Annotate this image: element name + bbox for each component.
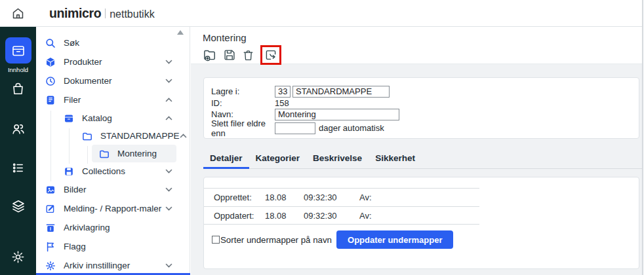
sidebar-item-label: Flagg	[64, 242, 86, 251]
move-file-icon	[264, 48, 278, 62]
details-table: Opprettet: 18.08 09:32:30 Av: Oppdatert:…	[204, 188, 479, 225]
image-icon	[45, 185, 56, 195]
sidebar-item-montering[interactable]: Montering	[92, 145, 176, 162]
sidebar-item-dokumenter[interactable]: Dokumenter	[36, 71, 190, 90]
folder-form-card: Lagre i: ID: 158 Navn: Slett filer eldre…	[203, 77, 639, 139]
sort-subfolders-label: Sorter undermapper på navn	[220, 235, 332, 245]
sidebar-item-produkter[interactable]: Produkter	[36, 52, 190, 71]
gear-icon[interactable]	[10, 249, 26, 265]
save-button[interactable]	[222, 48, 237, 62]
main-content: Montering	[191, 27, 642, 275]
row-by-label: Av:	[359, 192, 372, 202]
file-tree-sidebar: Søk Produkter Dokumenter	[36, 27, 190, 275]
tab-sikkerhet[interactable]: Sikkerhet	[369, 149, 422, 169]
row-label: Oppdatert:	[204, 211, 265, 221]
annotation-highlight-box	[260, 45, 281, 65]
update-subfolders-button[interactable]: Oppdater undermapper	[336, 230, 453, 249]
top-bar: unimicro nettbutikk	[0, 0, 642, 27]
slett-days-input[interactable]	[275, 122, 315, 134]
move-file-button[interactable]	[264, 48, 278, 62]
rail-item-innhold[interactable]	[5, 37, 31, 64]
tab-beskrivelse[interactable]: Beskrivelse	[306, 149, 369, 169]
delete-icon	[241, 48, 255, 62]
row-date: 18.08	[265, 192, 304, 202]
sidebar-item-label: Bilder	[64, 185, 87, 194]
sidebar-item-label: Collections	[82, 166, 125, 176]
row-time: 09:32:30	[304, 192, 359, 202]
chevron-down-icon	[165, 60, 172, 64]
brand-suffix: nettbutikk	[110, 9, 154, 20]
folder-name-input[interactable]	[292, 86, 390, 98]
table-row: Opprettet: 18.08 09:32:30 Av:	[204, 188, 479, 206]
id-label: ID:	[211, 98, 275, 108]
sidebar-item-label: Melding- / Rapport-maler	[64, 204, 161, 213]
slett-label: Slett filer eldre enn	[211, 119, 275, 138]
subfolder-action-row: Sorter undermapper på navn Oppdater unde…	[204, 230, 639, 249]
icon-rail: Innhold	[0, 27, 36, 275]
folder-icon	[82, 131, 92, 141]
folder-id-input[interactable]	[275, 86, 291, 98]
chevron-up-icon	[165, 116, 172, 120]
navn-input[interactable]	[275, 109, 399, 120]
sidebar-item-katalog[interactable]: Katalog	[36, 109, 190, 127]
home-button[interactable]	[11, 7, 25, 20]
new-folder-icon	[203, 48, 218, 63]
save-icon	[222, 48, 237, 62]
sidebar-item-collections[interactable]: Collections	[36, 162, 190, 180]
notebook-icon	[45, 95, 56, 105]
id-value: 158	[275, 98, 289, 108]
row-label: Opprettet:	[204, 192, 265, 202]
layers-icon[interactable]	[10, 198, 26, 214]
folder-icon	[99, 149, 110, 159]
row-time: 09:32:30	[304, 211, 359, 221]
chevron-up-icon	[180, 134, 187, 138]
content-header: Montering	[191, 27, 642, 64]
new-folder-button[interactable]	[203, 48, 218, 63]
sidebar-item-arkiv-innstillinger[interactable]: Arkiv innstillinger	[36, 256, 190, 275]
sidebar-item-standardmappe[interactable]: STANDARDMAPPE	[36, 127, 190, 145]
slett-suffix: dager automatisk	[319, 123, 384, 133]
window-right-edge	[642, 0, 643, 275]
details-card: Opprettet: 18.08 09:32:30 Av: Oppdatert:…	[203, 177, 639, 269]
tab-kategorier[interactable]: Kategorier	[249, 149, 307, 169]
app-window: unimicro nettbutikk Innhold	[0, 0, 642, 275]
sidebar-item-sok[interactable]: Søk	[36, 33, 190, 52]
sort-subfolders-checkbox[interactable]	[212, 236, 220, 244]
sidebar-item-arkivlagring[interactable]: Arkivlagring	[36, 218, 190, 237]
row-by-label: Av:	[359, 211, 372, 221]
sidebar-item-melding-rapport-maler[interactable]: Melding- / Rapport-maler	[36, 199, 190, 218]
lagre-i-label: Lagre i:	[211, 86, 275, 96]
archive-bin-icon	[45, 223, 56, 233]
toolbar	[203, 45, 642, 65]
sidebar-item-bilder[interactable]: Bilder	[36, 180, 190, 199]
brand-separator	[105, 9, 106, 18]
chevron-down-icon	[165, 206, 172, 211]
list-icon[interactable]	[10, 160, 26, 175]
shopping-bag-icon[interactable]	[10, 81, 26, 96]
sidebar-item-label: Montering	[117, 149, 157, 158]
save-icon	[64, 166, 74, 177]
sidebar-item-flagg[interactable]: Flagg	[36, 237, 190, 256]
edit-icon	[45, 204, 56, 214]
archive-box-icon	[10, 43, 26, 58]
sidebar-item-label: Arkivlagring	[64, 223, 110, 232]
chevron-down-icon	[165, 187, 172, 192]
gear-icon	[45, 261, 56, 271]
archive-icon	[64, 113, 74, 124]
chevron-down-icon	[165, 79, 172, 83]
sidebar-item-label: Produkter	[64, 57, 102, 67]
delete-button[interactable]	[241, 48, 255, 62]
sidebar-item-label: Filer	[64, 95, 81, 105]
brand-name: unimicro	[49, 6, 101, 21]
page-title: Montering	[203, 27, 642, 43]
sidebar-item-label: Dokumenter	[64, 76, 112, 86]
sidebar-item-label: STANDARDMAPPE	[100, 131, 180, 141]
sidebar-item-filer[interactable]: Filer	[36, 90, 190, 109]
customers-icon[interactable]	[10, 121, 26, 137]
tab-detaljer[interactable]: Detaljer	[203, 149, 249, 169]
sidebar-item-label: Katalog	[82, 113, 112, 123]
sidebar-item-label: Arkiv innstillinger	[64, 261, 130, 270]
brand-logo: unimicro nettbutikk	[49, 6, 155, 21]
chevron-down-icon	[165, 169, 172, 174]
table-row: Oppdatert: 18.08 09:32:30 Av:	[204, 206, 479, 225]
